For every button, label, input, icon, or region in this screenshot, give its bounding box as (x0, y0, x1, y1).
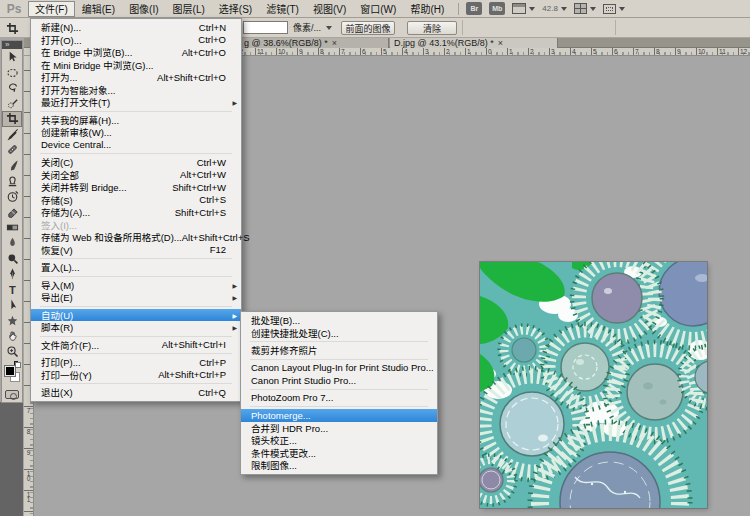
arrange-documents-dropdown[interactable] (574, 3, 596, 14)
automate-item-crop-and-straighten[interactable]: 裁剪并修齐照片 (241, 344, 437, 357)
front-image-button[interactable]: 前面的图像 (341, 21, 395, 35)
file-menu-item-open[interactable]: 打开(O)...Ctrl+O (31, 34, 241, 47)
screen-mode-dropdown[interactable] (603, 4, 625, 14)
clear-button[interactable]: 清除 (407, 21, 457, 35)
brush-tool[interactable] (2, 158, 22, 174)
chevron-down-icon (529, 7, 535, 11)
menubar-item-edit[interactable]: 编辑(E) (75, 1, 122, 17)
file-menu-item-save-as[interactable]: 存储为(A)...Shift+Ctrl+S (31, 206, 241, 219)
automate-item-photozoom-pro-7[interactable]: PhotoZoom Pro 7... (241, 392, 437, 405)
document-tab-2[interactable]: D.jpg @ 43.1%(RGB/8) *× (390, 38, 558, 48)
automate-item-fit-image[interactable]: 限制图像... (241, 459, 437, 472)
menubar-item-help[interactable]: 帮助(H) (403, 1, 451, 17)
default-colors-icon[interactable] (14, 361, 21, 368)
dodge-tool[interactable] (2, 251, 22, 267)
history-brush-tool[interactable] (2, 189, 22, 205)
file-menu-item-open-as[interactable]: 打开为...Alt+Shift+Ctrl+O (31, 71, 241, 84)
file-menu-item-new[interactable]: 新建(N)...Ctrl+N (31, 21, 241, 34)
pen-tool[interactable] (2, 266, 22, 282)
file-menu-item-open-as-smart-object[interactable]: 打开为智能对象... (31, 84, 241, 97)
path-selection-tool-icon (6, 298, 19, 311)
menubar-item-filter[interactable]: 滤镜(T) (259, 1, 306, 17)
automate-item-lens-correction[interactable]: 镜头校正... (241, 434, 437, 447)
hand-tool[interactable] (2, 328, 22, 344)
move-tool[interactable] (2, 49, 22, 65)
menubar-item-file[interactable]: 文件(F) (28, 1, 75, 17)
custom-shape-tool[interactable] (2, 313, 22, 329)
menu-item-shortcut: Alt+Shift+Ctrl+P (158, 369, 236, 380)
collapse-panel-icon[interactable]: » (2, 41, 22, 49)
file-menu-item-automate[interactable]: 自动(U)▶ (31, 309, 241, 322)
eraser-tool[interactable] (2, 204, 22, 220)
automate-item-canon-print-studio-pro[interactable]: Canon Print Studio Pro... (241, 374, 437, 387)
blur-tool[interactable] (2, 235, 22, 251)
clone-stamp-tool[interactable] (2, 173, 22, 189)
file-menu-item-scripts[interactable]: 脚本(R)▶ (31, 321, 241, 334)
automate-item-create-droplet[interactable]: 创建快捷批处理(C)... (241, 327, 437, 340)
menubar-item-select[interactable]: 选择(S) (212, 1, 259, 17)
file-menu-item-place[interactable]: 置入(L)... (31, 261, 241, 274)
foreground-color-swatch[interactable] (5, 366, 15, 376)
menu-item-label: 打印一份(Y) (41, 368, 92, 382)
file-menu-item-browse-in-bridge[interactable]: 在 Bridge 中浏览(B)...Alt+Ctrl+O (31, 46, 241, 59)
healing-brush-tool[interactable] (2, 142, 22, 158)
menu-item-shortcut: Ctrl+S (199, 194, 236, 205)
crop-tool[interactable] (2, 111, 22, 127)
close-tab-icon[interactable]: × (332, 39, 337, 48)
automate-item-canon-layout-plugin[interactable]: Canon Layout Plug-In for Print Studio Pr… (241, 362, 437, 375)
file-menu-item-close[interactable]: 关闭(C)Ctrl+W (31, 156, 241, 169)
file-menu-item-share-my-screen[interactable]: 共享我的屏幕(H)... (31, 114, 241, 127)
resolution-unit-dropdown[interactable]: 像素/... (293, 21, 332, 34)
file-menu-item-create-new-review[interactable]: 创建新审核(W)... (31, 126, 241, 139)
file-menu-item-save-for-web[interactable]: 存储为 Web 和设备所用格式(D)...Alt+Shift+Ctrl+S (31, 231, 241, 244)
menu-item-shortcut: Alt+Shift+Ctrl+S (182, 232, 260, 243)
launch-bridge-button[interactable]: Br (466, 2, 482, 15)
history-brush-tool-icon (6, 190, 19, 203)
zoom-level-dropdown[interactable]: 42.8 (542, 4, 567, 13)
menubar-item-window[interactable]: 窗口(W) (353, 1, 403, 17)
file-menu-item-print[interactable]: 打印(P)...Ctrl+P (31, 356, 241, 369)
file-menu-item-file-info[interactable]: 文件简介(F)...Alt+Shift+Ctrl+I (31, 339, 241, 352)
eyedropper-tool[interactable] (2, 127, 22, 143)
automate-item-merge-to-hdr-pro[interactable]: 合并到 HDR Pro... (241, 422, 437, 435)
file-menu-item-export[interactable]: 导出(E)▶ (31, 291, 241, 304)
file-menu-item-save[interactable]: 存储(S)Ctrl+S (31, 194, 241, 207)
path-selection-tool[interactable] (2, 297, 22, 313)
view-extras-dropdown[interactable] (512, 3, 535, 14)
file-menu-item-close-and-go-to-bridge[interactable]: 关闭并转到 Bridge...Shift+Ctrl+W (31, 181, 241, 194)
file-menu-item-print-one-copy[interactable]: 打印一份(Y)Alt+Shift+Ctrl+P (31, 369, 241, 382)
file-menu-item-revert[interactable]: 恢复(V)F12 (31, 244, 241, 257)
lasso-tool[interactable] (2, 80, 22, 96)
gradient-tool[interactable] (2, 220, 22, 236)
ruler-number: 9 (675, 48, 681, 55)
menu-item-label: 导出(E) (41, 290, 73, 304)
color-swatches[interactable] (2, 361, 22, 387)
automate-item-batch[interactable]: 批处理(B)... (241, 314, 437, 327)
marquee-tool-icon (6, 66, 19, 79)
type-tool[interactable]: T (2, 282, 22, 298)
quick-mask-mode-button[interactable] (5, 390, 19, 399)
file-menu-item-check-in[interactable]: 签入(I)... (31, 219, 241, 232)
menubar-item-image[interactable]: 图像(I) (122, 1, 165, 17)
marquee-tool[interactable] (2, 65, 22, 81)
ruler-number: 9 (25, 449, 32, 454)
file-menu-item-exit[interactable]: 退出(X)Ctrl+Q (31, 386, 241, 399)
automate-item-conditional-mode-change[interactable]: 条件模式更改... (241, 447, 437, 460)
zoom-tool[interactable] (2, 344, 22, 360)
launch-mini-bridge-button[interactable]: Mb (489, 2, 505, 15)
file-menu-item-device-central[interactable]: Device Central... (31, 139, 241, 152)
menu-item-label: Canon Print Studio Pro... (251, 375, 356, 386)
document-image[interactable] (480, 262, 707, 508)
menubar-item-view[interactable]: 视图(V) (306, 1, 353, 17)
file-menu-item-open-recent[interactable]: 最近打开文件(T)▶ (31, 96, 241, 109)
file-menu-item-browse-in-mini-bridge[interactable]: 在 Mini Bridge 中浏览(G)... (31, 59, 241, 72)
quick-selection-tool[interactable] (2, 96, 22, 112)
automate-item-photomerge[interactable]: Photomerge... (241, 409, 437, 422)
menubar-item-layer[interactable]: 图层(L) (166, 1, 212, 17)
crop-width-input[interactable] (243, 21, 288, 34)
close-tab-icon[interactable]: × (498, 39, 503, 48)
ruler-number: 10 (276, 48, 285, 55)
file-menu-item-import[interactable]: 导入(M)▶ (31, 279, 241, 292)
file-menu-item-close-all[interactable]: 关闭全部Alt+Ctrl+W (31, 169, 241, 182)
document-tab-1[interactable]: g @ 38.6%(RGB/8) *× (240, 38, 389, 48)
